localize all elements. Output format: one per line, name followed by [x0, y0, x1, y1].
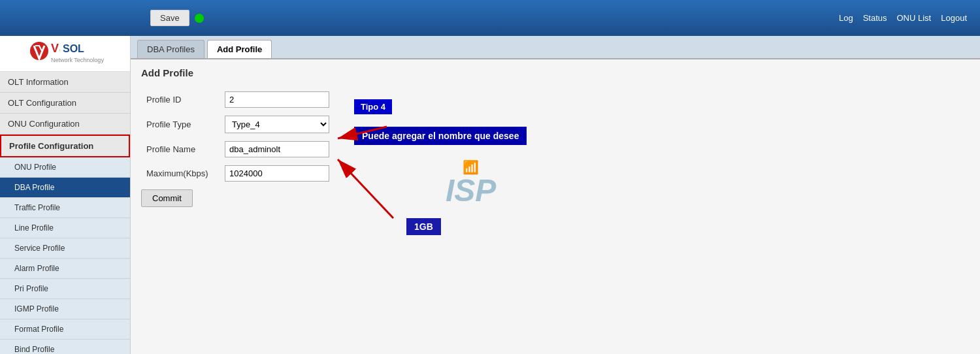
- svg-text:·: ·: [59, 46, 61, 54]
- arrows-svg: [354, 88, 681, 270]
- add-profile-form: Profile ID Profile Type Type_1 Type_2: [141, 88, 335, 231]
- sidebar-item-dba-profile[interactable]: DBA Profile: [0, 178, 130, 198]
- nombre-badge: Puede agregar el nombre que desee: [354, 127, 527, 145]
- save-button[interactable]: Save: [150, 10, 189, 26]
- main-layout: V · SOL Network Technology OLT Informati…: [0, 36, 980, 354]
- profile-id-row: Profile ID: [141, 88, 335, 112]
- status-link[interactable]: Status: [863, 13, 887, 23]
- sidebar-item-onu-configuration[interactable]: ONU Configuration: [0, 114, 130, 135]
- svg-line-10: [338, 159, 393, 218]
- isp-watermark-area: 📶 ISP: [446, 159, 496, 208]
- profile-name-row: Profile Name: [141, 137, 335, 161]
- profile-id-input[interactable]: [225, 91, 329, 108]
- tipo4-badge: Tipo 4: [354, 99, 392, 114]
- sidebar-item-onu-profile[interactable]: ONU Profile: [0, 157, 130, 178]
- logo-area: V · SOL Network Technology: [0, 36, 130, 72]
- profile-type-label: Profile Type: [141, 112, 220, 137]
- profile-type-select[interactable]: Type_1 Type_2 Type_3 Type_4 Type_5: [225, 116, 329, 133]
- tab-add-profile[interactable]: Add Profile: [207, 40, 272, 58]
- profile-type-row: Profile Type Type_1 Type_2 Type_3 Type_4…: [141, 112, 335, 137]
- maximum-kbps-row: Maximum(Kbps): [141, 161, 335, 185]
- onu-list-link[interactable]: ONU List: [897, 13, 932, 23]
- sidebar-item-pri-profile[interactable]: Pri Profile: [0, 279, 130, 299]
- sidebar-item-traffic-profile[interactable]: Traffic Profile: [0, 198, 130, 218]
- svg-text:SOL: SOL: [63, 43, 84, 54]
- content-area: DBA Profiles Add Profile Add Profile Pro…: [131, 36, 980, 354]
- vsol-logo: V · SOL Network Technology: [26, 39, 105, 69]
- page-title: Add Profile: [141, 67, 970, 78]
- log-link[interactable]: Log: [839, 13, 853, 23]
- sidebar-item-olt-configuration[interactable]: OLT Configuration: [0, 93, 130, 114]
- profile-name-input[interactable]: [225, 141, 329, 157]
- page-content: Add Profile Profile ID Profile Type: [131, 59, 980, 239]
- sidebar-item-line-profile[interactable]: Line Profile: [0, 218, 130, 238]
- tab-dba-profiles[interactable]: DBA Profiles: [137, 40, 204, 58]
- sidebar-item-igmp-profile[interactable]: IGMP Profile: [0, 299, 130, 319]
- size-annotation: 1GB: [406, 218, 441, 235]
- sidebar-item-bind-profile[interactable]: Bind Profile: [0, 340, 130, 354]
- svg-text:Network Technology: Network Technology: [51, 57, 104, 63]
- size-badge: 1GB: [406, 218, 441, 235]
- sidebar-item-profile-configuration[interactable]: Profile Configuration: [0, 135, 130, 157]
- save-section: Save: [150, 10, 204, 26]
- commit-button[interactable]: Commit: [141, 189, 193, 207]
- top-header: Save Log Status ONU List Logout: [0, 0, 980, 36]
- status-indicator: [195, 14, 204, 23]
- tab-bar: DBA Profiles Add Profile: [131, 36, 980, 59]
- logout-link[interactable]: Logout: [941, 13, 967, 23]
- maximum-kbps-label: Maximum(Kbps): [141, 161, 220, 185]
- nombre-annotation: Puede agregar el nombre que desee: [354, 127, 527, 145]
- form-table: Profile ID Profile Type Type_1 Type_2: [141, 88, 335, 185]
- annotation-area: Tipo 4: [354, 88, 970, 231]
- sidebar-item-olt-information[interactable]: OLT Information: [0, 72, 130, 93]
- profile-name-label: Profile Name: [141, 137, 220, 161]
- tipo4-annotation: Tipo 4: [354, 99, 392, 114]
- profile-id-label: Profile ID: [141, 88, 220, 112]
- maximum-kbps-input[interactable]: [225, 165, 329, 182]
- sidebar: V · SOL Network Technology OLT Informati…: [0, 36, 131, 354]
- sidebar-item-alarm-profile[interactable]: Alarm Profile: [0, 259, 130, 279]
- isp-text: ISP: [446, 172, 496, 208]
- svg-text:V: V: [51, 42, 59, 55]
- sidebar-item-service-profile[interactable]: Service Profile: [0, 238, 130, 259]
- sidebar-item-format-profile[interactable]: Format Profile: [0, 319, 130, 340]
